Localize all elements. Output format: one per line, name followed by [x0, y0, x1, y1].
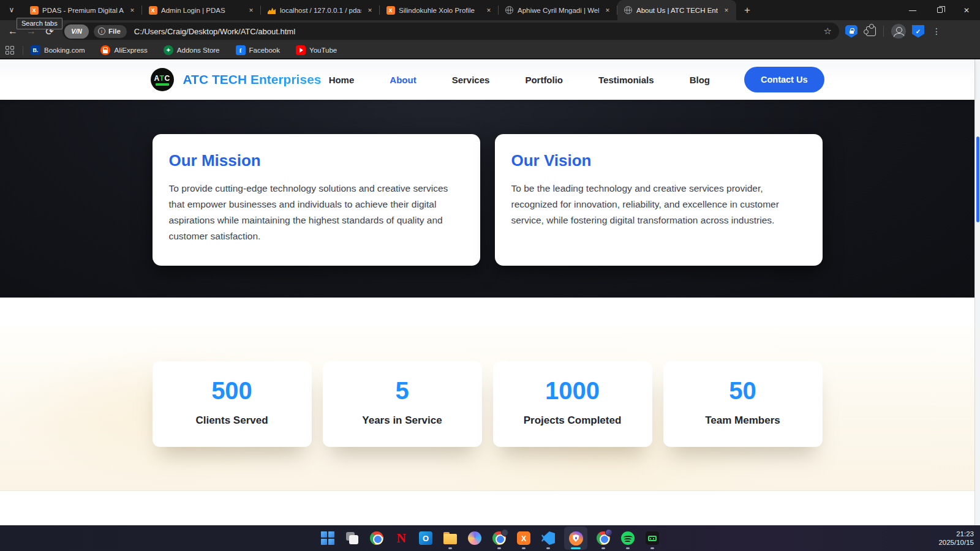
taskbar-outlook-button[interactable]: O: [417, 527, 434, 550]
file-scheme-chip[interactable]: i File: [94, 25, 127, 38]
stat-label: Team Members: [663, 414, 823, 427]
stat-card-clients: 500 Clients Served: [153, 361, 312, 447]
nav-services[interactable]: Services: [452, 75, 490, 85]
profile-avatar[interactable]: [891, 24, 906, 39]
site-header: ATC ATC TECH Enterprises Home About Serv…: [0, 59, 974, 100]
file-explorer-icon: [443, 534, 457, 544]
bookmark-aliexpress[interactable]: AliExpress: [100, 45, 147, 55]
apps-grid-icon[interactable]: [6, 46, 14, 54]
taskbar-vscode-button[interactable]: [540, 527, 557, 550]
taskbar-start-button[interactable]: [319, 527, 336, 550]
xampp-favicon-icon: X: [386, 6, 395, 15]
tab-title: Silindokuhle Xolo Profile: [399, 7, 480, 14]
password-extension-icon[interactable]: [845, 25, 858, 38]
vision-body: To be the leading technology and creativ…: [511, 181, 806, 228]
tab-title: localhost / 127.0.0.1 / pdas_db |: [280, 7, 361, 14]
window-restore-button[interactable]: [926, 0, 953, 20]
taskbar-clock[interactable]: 21:23 2025/10/15: [938, 525, 974, 551]
taskbar-xampp-button[interactable]: X: [515, 527, 532, 550]
chrome-icon: [370, 531, 383, 545]
bookmark-booking[interactable]: B. Booking.com: [31, 45, 85, 55]
page-bottom-strip: [0, 490, 974, 525]
section-gap: [0, 298, 974, 326]
taskbar-brave-button-active[interactable]: [564, 527, 587, 550]
xampp-icon: X: [517, 531, 530, 545]
url-text[interactable]: C:/Users/Craig/Desktop/Work/ATC/about.ht…: [134, 27, 820, 36]
site-nav: Home About Services Portfolio Testimonia…: [329, 75, 710, 85]
address-bar[interactable]: V/N i File C:/Users/Craig/Desktop/Work/A…: [62, 23, 839, 40]
safety-check-icon[interactable]: ✓: [912, 25, 924, 38]
window-minimize-button[interactable]: —: [899, 0, 926, 20]
nav-home[interactable]: Home: [329, 75, 355, 85]
globe-favicon-icon: [624, 6, 633, 15]
scrollbar-thumb[interactable]: [976, 137, 979, 222]
browser-tab-active[interactable]: About Us | ATC TECH Enterprise ✕: [617, 0, 736, 20]
addons-favicon-icon: [164, 45, 173, 55]
tab-close-icon[interactable]: ✕: [365, 6, 375, 15]
mission-card: Our Mission To provide cutting-edge tech…: [153, 134, 480, 266]
stat-label: Years in Service: [323, 414, 482, 427]
file-chip-label: File: [108, 28, 121, 35]
mission-title: Our Mission: [169, 151, 464, 170]
xampp-favicon-icon: X: [148, 6, 157, 15]
stat-card-years: 5 Years in Service: [323, 361, 482, 447]
taskbar-copilot-button[interactable]: [466, 527, 483, 550]
tab-close-icon[interactable]: ✕: [722, 6, 731, 15]
toolbar-divider: [883, 26, 884, 37]
bookmark-label: YouTube: [309, 47, 337, 54]
netflix-icon: N: [396, 531, 405, 546]
browser-tab[interactable]: Aphiwe Cyril Mngadi | Web Dev ✕: [499, 0, 617, 20]
nav-portfolio[interactable]: Portfolio: [525, 75, 563, 85]
taskbar-cassette-app-button[interactable]: [644, 527, 661, 550]
brave-shield-icon: [569, 531, 583, 545]
xampp-favicon-icon: X: [29, 6, 39, 15]
facebook-favicon-icon: f: [236, 45, 246, 55]
browser-tab[interactable]: X Silindokuhle Xolo Profile ✕: [380, 0, 499, 20]
cassette-app-icon: [646, 531, 659, 545]
taskbar-chrome-work-button[interactable]: [491, 527, 508, 550]
new-tab-button[interactable]: +: [740, 4, 755, 17]
stat-label: Projects Completed: [493, 414, 652, 427]
nav-blog[interactable]: Blog: [690, 75, 710, 85]
taskbar-netflix-button[interactable]: N: [393, 527, 410, 550]
profile-badge-icon: [501, 529, 508, 536]
window-close-button[interactable]: ✕: [953, 0, 980, 20]
taskbar-spotify-button[interactable]: [619, 527, 636, 550]
nav-testimonials[interactable]: Testimonials: [598, 75, 654, 85]
bookmark-label: Addons Store: [177, 47, 220, 54]
browser-tab[interactable]: X Admin Login | PDAS ✕: [142, 0, 261, 20]
stat-value: 5: [323, 377, 482, 405]
browser-tab[interactable]: localhost / 127.0.0.1 / pdas_db | ✕: [261, 0, 380, 20]
logo-green-bar: [156, 83, 169, 86]
vision-card: Our Vision To be the leading technology …: [495, 134, 823, 266]
vscode-icon: [541, 531, 555, 545]
tab-search-chevron-icon[interactable]: ∨: [5, 4, 18, 16]
tab-title: PDAS - Premium Digital Accoun: [42, 7, 124, 14]
taskbar-chrome-personal-button[interactable]: [595, 527, 612, 550]
extensions-puzzle-icon[interactable]: [866, 26, 876, 36]
taskbar-file-explorer-button[interactable]: [442, 527, 459, 550]
atc-logo[interactable]: ATC: [151, 68, 174, 91]
tab-close-icon[interactable]: ✕: [127, 6, 137, 15]
tab-title: Aphiwe Cyril Mngadi | Web Dev: [518, 7, 599, 14]
bookmark-label: AliExpress: [114, 47, 147, 54]
profile-badge-icon: [605, 529, 612, 536]
bookmark-star-icon[interactable]: ☆: [820, 26, 835, 37]
chrome-menu-icon[interactable]: ⋮: [932, 26, 941, 36]
brand-name[interactable]: ATC TECH Enterprises: [183, 72, 322, 87]
page-scrollbar[interactable]: [974, 59, 980, 525]
vpn-extension-chip[interactable]: V/N: [64, 24, 89, 39]
stat-value: 1000: [493, 377, 652, 405]
nav-about[interactable]: About: [390, 75, 416, 85]
bookmark-facebook[interactable]: f Facebook: [236, 45, 281, 55]
taskbar-chrome-button[interactable]: [368, 527, 385, 550]
tab-close-icon[interactable]: ✕: [484, 6, 494, 15]
spotify-icon: [621, 531, 635, 545]
contact-us-button[interactable]: Contact Us: [744, 67, 824, 92]
taskbar-task-view-button[interactable]: [344, 527, 361, 550]
bookmark-youtube[interactable]: YouTube: [296, 45, 337, 55]
tab-close-icon[interactable]: ✕: [603, 6, 612, 15]
tab-close-icon[interactable]: ✕: [246, 6, 256, 15]
bookmark-addons-store[interactable]: Addons Store: [164, 45, 220, 55]
task-view-icon: [346, 532, 358, 544]
